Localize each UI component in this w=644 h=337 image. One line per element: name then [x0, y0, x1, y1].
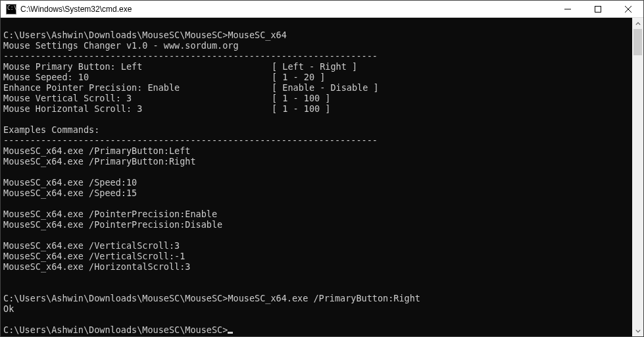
example-line: MouseSC_x64.exe /VerticalScroll:-1: [3, 251, 630, 261]
setting-vscroll: Mouse Vertical Scroll: 3[ 1 - 100 ]: [3, 93, 630, 103]
cmd-window: C:\. C:\Windows\System32\cmd.exe C:\User…: [0, 0, 644, 337]
example-line: MouseSC_x64.exe /PrimaryButton:Right: [3, 156, 630, 167]
separator: ----------------------------------------…: [3, 135, 630, 145]
setting-range: [ Enable - Disable ]: [272, 82, 379, 93]
close-button[interactable]: [613, 1, 643, 17]
blank-line: [3, 230, 630, 240]
example-line: MouseSC_x64.exe /PointerPrecision:Disabl…: [3, 219, 630, 230]
blank-line: [3, 167, 630, 177]
example-line: MouseSC_x64.exe /Speed:10: [3, 177, 630, 188]
scroll-thumb[interactable]: [633, 29, 642, 55]
setting-label: Mouse Vertical Scroll: 3: [3, 93, 272, 103]
scroll-up-arrow-icon[interactable]: [632, 18, 643, 29]
window-controls: [553, 1, 643, 17]
prompt-path: C:\Users\Ashwin\Downloads\MouseSC\MouseS…: [3, 324, 228, 335]
example-line: MouseSC_x64.exe /Speed:15: [3, 188, 630, 198]
prompt-line: C:\Users\Ashwin\Downloads\MouseSC\MouseS…: [3, 30, 630, 40]
setting-speed: Mouse Sepeed: 10[ 1 - 20 ]: [3, 72, 630, 82]
setting-label: Mouse Sepeed: 10: [3, 72, 272, 82]
blank-line: [3, 198, 630, 209]
blank-line: [3, 114, 630, 124]
cmd-icon: C:\.: [6, 4, 16, 14]
setting-label: Mouse Primary Button: Left: [3, 61, 272, 72]
command-text: MouseSC_x64: [228, 30, 286, 40]
setting-primary: Mouse Primary Button: Left[ Left - Right…: [3, 61, 630, 72]
setting-range: [ 1 - 20 ]: [272, 72, 325, 82]
prompt-current: C:\Users\Ashwin\Downloads\MouseSC\MouseS…: [3, 324, 630, 335]
example-line: MouseSC_x64.exe /PrimaryButton:Left: [3, 145, 630, 156]
console-area: C:\Users\Ashwin\Downloads\MouseSC\MouseS…: [1, 18, 643, 336]
examples-header: Examples Commands:: [3, 124, 630, 135]
scroll-track[interactable]: [632, 29, 643, 325]
prompt-line: C:\Users\Ashwin\Downloads\MouseSC\MouseS…: [3, 293, 630, 303]
console-output[interactable]: C:\Users\Ashwin\Downloads\MouseSC\MouseS…: [1, 18, 632, 336]
setting-precision: Enhance Pointer Precision: Enable[ Enabl…: [3, 82, 630, 93]
minimize-button[interactable]: [553, 1, 583, 17]
blank-line: [3, 282, 630, 293]
setting-range: [ 1 - 100 ]: [272, 103, 330, 114]
blank-line: [3, 272, 630, 282]
example-line: MouseSC_x64.exe /PointerPrecision:Enable: [3, 209, 630, 219]
setting-label: Enhance Pointer Precision: Enable: [3, 82, 272, 93]
blank-line: [3, 314, 630, 324]
command-result: Ok: [3, 303, 630, 314]
example-line: MouseSC_x64.exe /HorizontalScroll:3: [3, 261, 630, 272]
setting-hscroll: Mouse Horizontal Scroll: 3[ 1 - 100 ]: [3, 103, 630, 114]
window-title: C:\Windows\System32\cmd.exe: [20, 5, 553, 14]
setting-range: [ Left - Right ]: [272, 61, 357, 72]
setting-range: [ 1 - 100 ]: [272, 93, 330, 103]
command-text: MouseSC_x64.exe /PrimaryButton:Right: [228, 293, 420, 303]
prompt-path: C:\Users\Ashwin\Downloads\MouseSC\MouseS…: [3, 30, 228, 40]
scroll-down-arrow-icon[interactable]: [632, 325, 643, 336]
titlebar[interactable]: C:\. C:\Windows\System32\cmd.exe: [1, 1, 643, 18]
separator: ----------------------------------------…: [3, 51, 630, 61]
cursor-icon: [228, 332, 233, 334]
svg-rect-1: [595, 6, 601, 12]
vertical-scrollbar[interactable]: [632, 18, 643, 336]
example-line: MouseSC_x64.exe /VerticalScroll:3: [3, 240, 630, 251]
setting-label: Mouse Horizontal Scroll: 3: [3, 103, 272, 114]
prompt-path: C:\Users\Ashwin\Downloads\MouseSC\MouseS…: [3, 293, 228, 303]
app-header: Mouse Settings Changer v1.0 - www.sordum…: [3, 40, 630, 51]
console-line: [3, 19, 630, 30]
maximize-button[interactable]: [583, 1, 613, 17]
